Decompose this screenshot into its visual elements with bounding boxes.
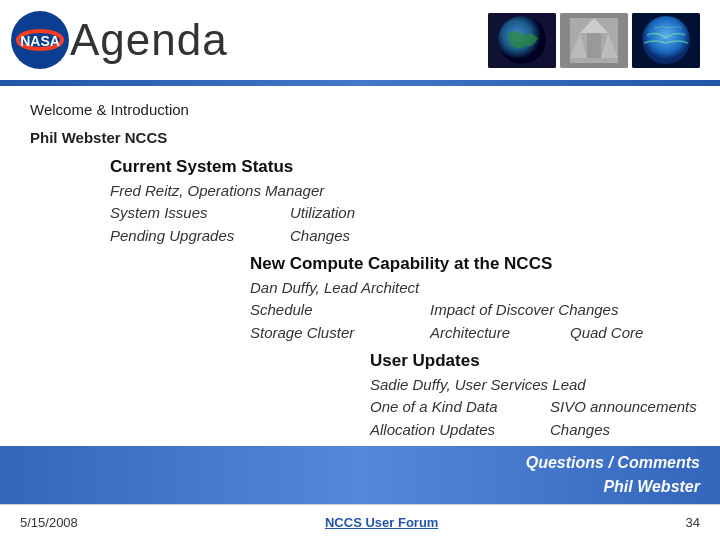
uu-row1-col1: One of a Kind Data [370, 396, 550, 419]
svg-point-13 [642, 16, 690, 64]
uu-row2-col1: Allocation Updates [370, 419, 550, 442]
main-content: Welcome & Introduction Phil Webster NCCS… [0, 86, 720, 464]
uu-row2: Allocation Updates Changes [370, 419, 690, 442]
nasa-logo: NASA [10, 10, 70, 70]
agenda-item-welcome: Welcome & Introduction [30, 98, 690, 122]
css-subtext: Fred Reitz, Operations Manager [110, 180, 690, 203]
page-title: Agenda [70, 15, 488, 65]
uu-header: User Updates [370, 348, 690, 374]
agenda-section-css: Current System Status Fred Reitz, Operat… [30, 154, 690, 247]
footer-line1: Questions / Comments [20, 451, 700, 475]
css-row1: System Issues Utilization [110, 202, 690, 225]
bottom-link[interactable]: NCCS User Forum [325, 515, 438, 530]
bottom-page: 34 [686, 515, 700, 530]
header-images [488, 13, 700, 68]
uu-row1: One of a Kind Data SIVO announcements [370, 396, 690, 419]
agenda-section-ncc: New Compute Capability at the NCCS Dan D… [30, 251, 690, 344]
bottom-date: 5/15/2008 [20, 515, 78, 530]
ncc-row2-col2: Architecture [430, 322, 570, 345]
css-row1-col1: System Issues [110, 202, 290, 225]
ncc-row1: Schedule Impact of Discover Changes [250, 299, 690, 322]
footer-line2: Phil Webster [20, 475, 700, 499]
ncc-row2-col3: Quad Core [570, 322, 720, 345]
ncc-subtext: Dan Duffy, Lead Architect [250, 277, 690, 300]
globe-image [632, 13, 700, 68]
uu-row1-col2: SIVO announcements [550, 396, 720, 419]
agenda-item-philwebster: Phil Webster NCCS [30, 126, 690, 150]
uu-subtext: Sadie Duffy, User Services Lead [370, 374, 690, 397]
css-row2-col1: Pending Upgrades [110, 225, 290, 248]
ncc-row2-col1: Storage Cluster [250, 322, 430, 345]
css-header: Current System Status [110, 154, 690, 180]
svg-text:NASA: NASA [20, 33, 60, 49]
ncc-row2: Storage Cluster Architecture Quad Core [250, 322, 690, 345]
ncc-row1-col2: Impact of Discover Changes [430, 299, 650, 322]
css-row1-col2: Utilization [290, 202, 450, 225]
earth-image [488, 13, 556, 68]
svg-rect-9 [587, 33, 601, 58]
css-row2-col2: Changes [290, 225, 450, 248]
css-row2: Pending Upgrades Changes [110, 225, 690, 248]
footer-bar: Questions / Comments Phil Webster [0, 446, 720, 504]
ncc-row1-col1: Schedule [250, 299, 430, 322]
uu-row2-col2: Changes [550, 419, 710, 442]
rocket-image [560, 13, 628, 68]
header: NASA Agenda [0, 0, 720, 80]
ncc-header: New Compute Capability at the NCCS [250, 251, 690, 277]
bottom-bar: 5/15/2008 NCCS User Forum 34 [0, 504, 720, 540]
